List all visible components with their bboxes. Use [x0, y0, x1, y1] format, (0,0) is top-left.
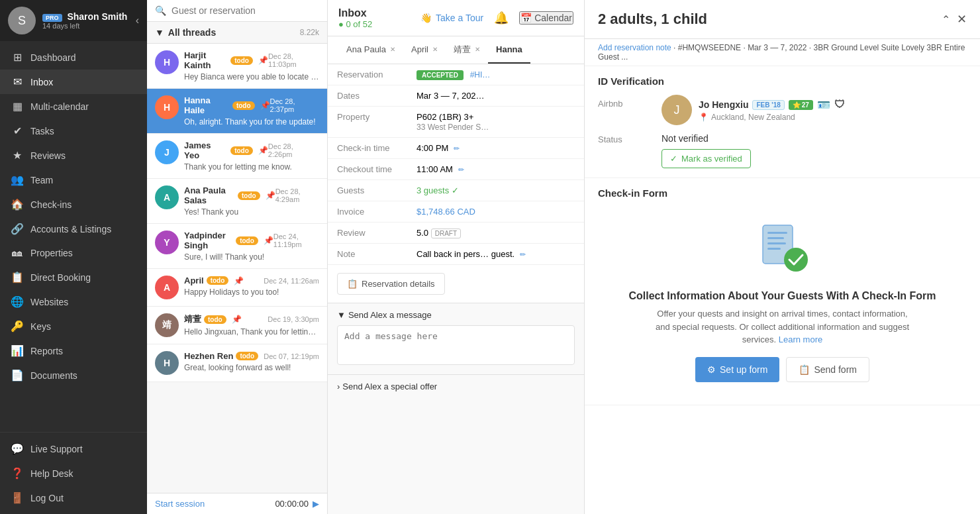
reservation-label: Reservation	[328, 64, 407, 85]
guest-name: Jo Hengxiu FEB '18 ⭐ 27 🪪 🛡	[699, 99, 967, 111]
tab-jingxuan[interactable]: 靖萱 ✕	[446, 36, 488, 64]
svg-rect-4	[767, 248, 781, 250]
sidebar-item-inbox[interactable]: ✉ Inbox	[0, 70, 147, 94]
table-row: Invoice $1,748.66 CAD	[328, 201, 584, 223]
setup-form-button[interactable]: ⚙ Set up form	[695, 357, 779, 382]
sidebar-item-tasks[interactable]: ✔ Tasks	[0, 119, 147, 143]
todo-badge: todo	[230, 56, 253, 65]
thread-preview: Happy Holidays to you too!	[184, 287, 319, 297]
thread-avatar: A	[155, 185, 179, 209]
sidebar-item-team[interactable]: 👥 Team	[0, 168, 147, 192]
thread-item[interactable]: H Harjit Kainth todo 📌 Dec 28, 11:03pm H…	[147, 44, 327, 89]
tab-close-icon[interactable]: ✕	[390, 46, 395, 53]
thread-item[interactable]: H Hezhen Ren todo Dec 07, 12:19pm Great,…	[147, 344, 327, 382]
sidebar-item-properties[interactable]: 🏘 Properties	[0, 241, 147, 265]
sidebar-item-keys[interactable]: 🔑 Keys	[0, 314, 147, 338]
sidebar-item-check-ins[interactable]: 🏠 Check-ins	[0, 192, 147, 217]
search-input[interactable]	[172, 5, 319, 16]
chevron-down-icon: ▼	[337, 310, 346, 320]
guest-details: Jo Hengxiu FEB '18 ⭐ 27 🪪 🛡 📍 Auckland,	[699, 99, 967, 122]
status-row: Status Not verified ✓ Mark as verified	[598, 133, 967, 168]
message-textarea[interactable]	[337, 325, 575, 365]
sidebar-collapse-button[interactable]: ‹	[136, 15, 139, 26]
invoice-value: $1,748.66 CAD	[407, 201, 584, 223]
sidebar-item-websites[interactable]: 🌐 Websites	[0, 289, 147, 314]
note-value: Call back in pers… guest. ✏	[407, 244, 584, 265]
tab-close-icon[interactable]: ✕	[432, 46, 438, 53]
tab-ana-paula[interactable]: Ana Paula ✕	[338, 36, 403, 64]
chevron-right-icon: ›	[337, 382, 340, 391]
right-panel-actions: ⌃ ✕	[942, 12, 967, 26]
checkins-icon: 🏠	[11, 198, 24, 211]
thread-item[interactable]: 靖 靖萱 todo 📌 Dec 19, 3:30pm Hello Jingxua…	[147, 307, 327, 344]
right-panel-header: 2 adults, 1 child ⌃ ✕	[585, 0, 980, 39]
sidebar-item-reviews[interactable]: ★ Reviews	[0, 143, 147, 168]
close-button[interactable]: ✕	[957, 12, 967, 26]
sidebar-item-direct-booking[interactable]: 📋 Direct Booking	[0, 265, 147, 289]
thread-item[interactable]: A Ana Paula Salas todo 📌 Dec 28, 4:29am …	[147, 179, 327, 224]
tabs-bar: Ana Paula ✕ April ✕ 靖萱 ✕ Hanna	[328, 36, 584, 64]
user-info: PRO Sharon Smith 14 days left	[42, 11, 129, 30]
send-form-button[interactable]: 📋 Send form	[786, 357, 869, 382]
edit-icon[interactable]: ✏	[454, 144, 460, 152]
user-name: PRO Sharon Smith	[42, 11, 129, 22]
team-icon: 👥	[11, 174, 24, 186]
table-row: Review 5.0 DRAFT	[328, 223, 584, 244]
tab-april[interactable]: April ✕	[403, 36, 446, 64]
sidebar-item-label: Websites	[30, 297, 68, 307]
thread-name: Hanna Haile	[184, 95, 230, 115]
sidebar-item-label: Help Desk	[30, 468, 74, 479]
add-reservation-note-link[interactable]: Add reservation note	[598, 43, 671, 52]
collapse-button[interactable]: ⌃	[942, 13, 950, 26]
thread-item[interactable]: A April todo 📌 Dec 24, 11:26am Happy Hol…	[147, 269, 327, 307]
checkin-illustration	[753, 220, 812, 280]
reviews-icon: ★	[11, 149, 24, 162]
learn-more-link[interactable]: Learn more	[779, 334, 822, 344]
thread-item[interactable]: H Hanna Haile todo 📌 Dec 28, 2:37pm Oh, …	[147, 89, 327, 134]
thread-item[interactable]: J James Yeo todo 📌 Dec 28, 2:26pm Thank …	[147, 134, 327, 179]
mark-as-verified-button[interactable]: ✓ Mark as verified	[662, 149, 751, 168]
edit-note-icon[interactable]: ✏	[520, 250, 526, 258]
thread-item[interactable]: Y Yadpinder Singh todo 📌 Dec 24, 11:19pm…	[147, 224, 327, 269]
sidebar-item-reports[interactable]: 📊 Reports	[0, 338, 147, 363]
special-offer-header[interactable]: › Send Alex a special offer	[337, 382, 575, 391]
thread-name: Yadpinder Singh	[184, 231, 233, 250]
sidebar-item-accounts-listings[interactable]: 🔗 Accounts & Listings	[0, 217, 147, 241]
thread-item-header: James Yeo todo 📌 Dec 28, 2:26pm	[184, 140, 319, 160]
reservation-card: Reservation ACCEPTED #HI… Dates Mar 3 — …	[328, 64, 584, 303]
properties-icon: 🏘	[11, 247, 24, 259]
threads-title-label: All threads	[168, 27, 216, 38]
message-section-header[interactable]: ▼ Send Alex a message	[337, 310, 575, 320]
reservation-details-button[interactable]: 📋 Reservation details	[337, 273, 445, 295]
thread-item-header: Harjit Kainth todo 📌 Dec 28, 11:03pm	[184, 50, 319, 70]
thread-name: Harjit Kainth	[184, 50, 228, 70]
tab-close-icon[interactable]: ✕	[475, 46, 480, 53]
sidebar: S PRO Sharon Smith 14 days left ‹ ⊞ Dash…	[0, 0, 147, 514]
notifications-button[interactable]: 🔔	[494, 11, 509, 25]
take-tour-button[interactable]: 👋 Take a Tour	[420, 13, 483, 23]
note-label: Note	[328, 244, 407, 265]
sidebar-item-documents[interactable]: 📄 Documents	[0, 363, 147, 387]
sidebar-item-label: Reports	[30, 346, 63, 356]
tab-hanna[interactable]: Hanna	[488, 36, 530, 64]
pin-icon: 📌	[258, 146, 268, 155]
section-title: ID Verification	[598, 76, 967, 87]
threads-title[interactable]: ▼ All threads	[155, 27, 216, 38]
session-play-button[interactable]: ▶	[313, 499, 319, 509]
sidebar-item-help-desk[interactable]: ❓ Help Desk	[0, 461, 147, 486]
status-content: Not verified ✓ Mark as verified	[662, 133, 751, 168]
start-session-button[interactable]: Start session	[155, 499, 205, 509]
calendar-button[interactable]: 📅 Calendar	[519, 11, 573, 25]
sidebar-item-label: Log Out	[30, 493, 64, 503]
pin-icon: 📌	[234, 276, 244, 285]
sidebar-item-log-out[interactable]: 🚪 Log Out	[0, 486, 147, 510]
edit-icon[interactable]: ✏	[458, 166, 464, 174]
sidebar-item-live-support[interactable]: 💬 Live Support	[0, 437, 147, 461]
threads-collapse-icon: ▼	[155, 27, 164, 38]
sidebar-item-multi-calendar[interactable]: ▦ Multi-calendar	[0, 94, 147, 119]
sidebar-item-label: Properties	[30, 248, 73, 258]
search-bar: 🔍	[147, 0, 327, 22]
sidebar-item-dashboard[interactable]: ⊞ Dashboard	[0, 45, 147, 70]
message-section-label: Send Alex a message	[348, 310, 432, 320]
thread-date: Dec 28, 2:26pm	[268, 142, 319, 158]
